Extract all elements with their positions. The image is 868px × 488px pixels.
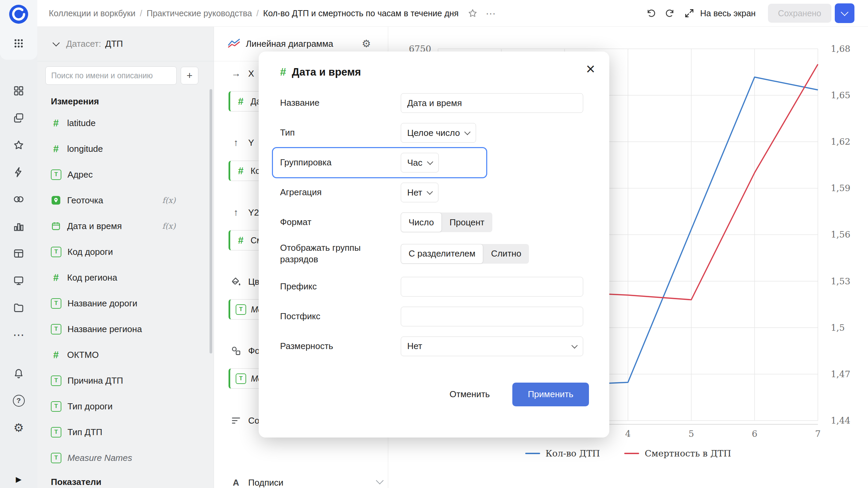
field-label: Причина ДТП xyxy=(67,375,123,386)
breadcrumb-item[interactable]: Практические руководства xyxy=(146,8,252,18)
hash-icon: # xyxy=(51,118,61,129)
editor-lightning-icon[interactable] xyxy=(9,163,28,182)
field-label: ОКТМО xyxy=(67,350,99,360)
favorites-star-icon[interactable] xyxy=(9,136,28,155)
datasets-table-icon[interactable] xyxy=(9,244,28,263)
section-x: → X xyxy=(214,67,254,80)
dimensions-section-title: Измерения xyxy=(51,96,214,107)
line-chart-icon xyxy=(228,38,240,49)
more-icon[interactable]: ⋯ xyxy=(9,325,28,344)
svg-text:1,59: 1,59 xyxy=(831,183,850,193)
chart-settings-gear-icon[interactable]: ⚙ xyxy=(362,39,371,49)
svg-text:1,65: 1,65 xyxy=(831,90,850,100)
apps-grid-icon[interactable] xyxy=(9,34,28,53)
svg-text:4: 4 xyxy=(625,429,631,439)
undo-icon[interactable] xyxy=(646,8,656,18)
breadcrumb: Коллекции и воркбуки / Практические руко… xyxy=(49,8,459,18)
charts-icon[interactable] xyxy=(9,217,28,236)
aggregation-select[interactable]: Нет xyxy=(401,183,438,202)
list-item[interactable]: TТип дороги xyxy=(37,393,214,419)
svg-text:5: 5 xyxy=(688,429,694,439)
redo-icon[interactable] xyxy=(665,8,675,18)
more-actions-icon[interactable]: ⋯ xyxy=(486,7,497,19)
section-labels: A Подписи xyxy=(214,476,283,488)
field-label: Дата и время xyxy=(67,221,122,231)
list-item[interactable]: TMeasure Names xyxy=(37,445,214,471)
legend-item[interactable]: Кол-во ДТП xyxy=(525,448,600,459)
digit-groups-option-separator[interactable]: С разделителем xyxy=(401,244,483,264)
grouping-select[interactable]: Час xyxy=(401,153,439,172)
list-item[interactable]: TПричина ДТП xyxy=(37,368,214,393)
row-digit-groups: Отображать группы разрядов С разделителе… xyxy=(280,242,589,265)
settings-gear-icon[interactable]: ⚙ xyxy=(9,418,28,437)
connections-icon[interactable] xyxy=(9,190,28,209)
add-field-button[interactable]: + xyxy=(181,67,198,84)
apply-button[interactable]: Применить xyxy=(512,383,589,406)
row-grouping: Группировка Час xyxy=(280,153,589,172)
field-label: latitude xyxy=(67,118,96,128)
notifications-bell-icon[interactable] xyxy=(9,364,28,383)
cancel-button[interactable]: Отменить xyxy=(448,389,492,400)
prefix-input[interactable] xyxy=(401,277,583,297)
fullscreen-icon[interactable] xyxy=(684,8,695,19)
chevron-down-icon xyxy=(841,8,849,16)
shapes-icon xyxy=(230,346,242,356)
dataset-selector[interactable]: Датасет: ДТП xyxy=(37,26,214,61)
name-input[interactable] xyxy=(401,93,583,113)
scroll-down-icon[interactable] xyxy=(376,477,384,485)
hash-icon: # xyxy=(236,235,246,246)
dashboards-icon[interactable] xyxy=(9,81,28,100)
digit-groups-option-plain[interactable]: Слитно xyxy=(483,244,529,264)
row-aggregation: Агрегация Нет xyxy=(280,183,589,202)
format-segmented: Число Процент xyxy=(401,212,492,232)
help-icon[interactable]: ? xyxy=(9,391,28,410)
postfix-input[interactable] xyxy=(401,307,583,326)
chart-type-selector[interactable]: Линейная диаграмма xyxy=(246,39,333,49)
dimension-select[interactable]: Нет xyxy=(401,337,583,356)
search-input[interactable] xyxy=(45,66,177,85)
svg-text:1,44: 1,44 xyxy=(831,415,850,426)
datalens-logo[interactable] xyxy=(9,5,28,24)
close-icon[interactable]: × xyxy=(585,60,596,78)
list-item[interactable]: #ОКТМО xyxy=(37,342,214,368)
list-item[interactable]: TТип ДТП xyxy=(37,419,214,445)
list-item[interactable]: #Код региона xyxy=(37,265,214,290)
text-type-icon: T xyxy=(51,401,61,412)
topbar: Коллекции и воркбуки / Практические руко… xyxy=(37,0,868,27)
format-option-percent[interactable]: Процент xyxy=(442,212,492,232)
type-select[interactable]: Целое число xyxy=(401,123,476,143)
svg-text:1,68: 1,68 xyxy=(831,44,850,54)
list-item[interactable]: #longitude xyxy=(37,136,214,162)
legend-item[interactable]: Смертность в ДТП xyxy=(624,448,731,459)
svg-text:1,47: 1,47 xyxy=(831,369,850,379)
breadcrumb-item[interactable]: Коллекции и воркбуки xyxy=(49,8,136,18)
sort-icon xyxy=(230,415,242,426)
collections-icon[interactable] xyxy=(9,108,28,127)
files-folder-icon[interactable] xyxy=(9,298,28,317)
monitor-icon[interactable] xyxy=(9,271,28,290)
scrollbar[interactable] xyxy=(210,89,212,353)
field-label: Код региона xyxy=(67,272,117,283)
list-item[interactable]: Геоточкаf(x) xyxy=(37,187,214,213)
text-type-icon: T xyxy=(236,304,246,315)
list-item[interactable]: TАдрес xyxy=(37,162,214,187)
list-item[interactable]: TНазвание региона xyxy=(37,316,214,342)
dataset-label: Датасет: xyxy=(66,39,101,49)
svg-text:1,56: 1,56 xyxy=(831,229,850,240)
list-item[interactable]: #latitude xyxy=(37,110,214,136)
list-item[interactable]: TНазвание дороги xyxy=(37,290,214,316)
rail-header xyxy=(0,0,37,60)
favorite-star-icon[interactable] xyxy=(468,8,478,18)
save-menu-button[interactable] xyxy=(835,3,854,23)
field-label: Адрес xyxy=(67,169,93,180)
row-name: Название xyxy=(280,93,589,113)
row-format: Формат Число Процент xyxy=(280,212,589,232)
format-option-number[interactable]: Число xyxy=(401,212,442,232)
collapse-sidebar-icon[interactable]: ▶ xyxy=(0,475,37,484)
field-settings-dialog: # Дата и время × Название Тип Целое числ… xyxy=(259,52,609,438)
fullscreen-label[interactable]: На весь экран xyxy=(700,8,756,18)
hash-icon: # xyxy=(51,143,61,155)
list-item[interactable]: TКод дороги xyxy=(37,239,214,265)
saved-button[interactable]: Сохранено xyxy=(768,4,831,23)
list-item[interactable]: Дата и времяf(x) xyxy=(37,213,214,239)
